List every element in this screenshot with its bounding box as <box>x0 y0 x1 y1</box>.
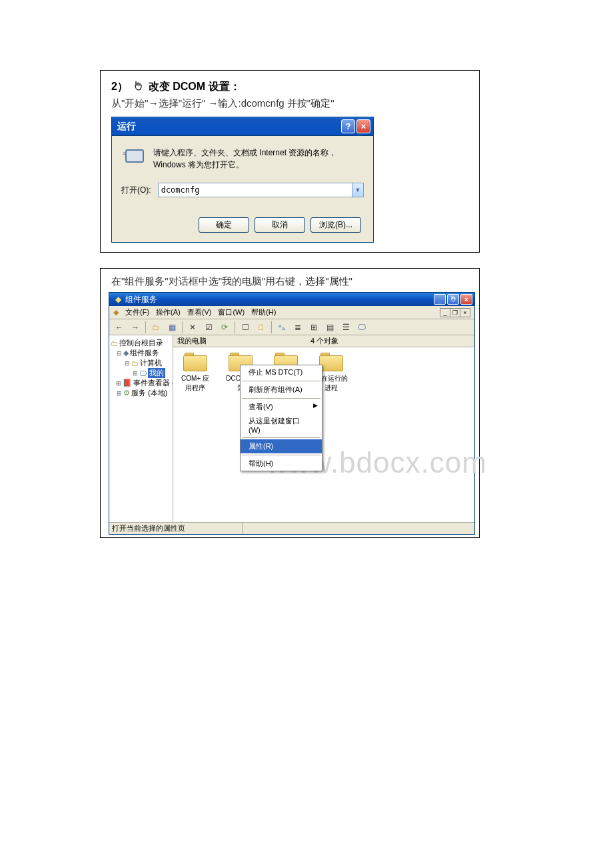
mdi-restore-button[interactable]: ❐ <box>450 308 460 317</box>
ctx-refresh-all[interactable]: 刷新所有组件(A) <box>241 383 322 397</box>
properties-button[interactable]: ☑ <box>201 321 216 334</box>
open-combobox[interactable]: ▼ <box>158 183 364 197</box>
tree-services-local[interactable]: ⊞ ⚙ 服务 (本地) <box>111 388 171 398</box>
delete-icon: ✕ <box>189 323 196 332</box>
folder-icon: 🗀 <box>111 339 118 347</box>
tree-component-services[interactable]: ⊟ ◆ 组件服务 <box>111 348 171 358</box>
section-description: 从"开始"→选择"运行" →输入:dcomcnfg 并按"确定" <box>101 97 479 117</box>
tree-root[interactable]: 🗀 控制台根目录 <box>111 338 171 348</box>
run-dialog-description: 请键入程序、文件夹、文档或 Internet 资源的名称，Windows 将为您… <box>153 147 364 171</box>
status-text: 打开当前选择的属性页 <box>109 523 243 534</box>
status-bar: 打开当前选择的属性页 <box>109 522 474 534</box>
ok-button[interactable]: 确定 <box>199 217 249 233</box>
forward-button[interactable]: → <box>128 321 143 334</box>
refresh-button[interactable]: ⟳ <box>217 321 232 334</box>
ctx-properties[interactable]: 属性(R) <box>241 439 322 453</box>
content-header-count: 4 个对象 <box>306 336 338 346</box>
expand-icon[interactable]: ⊞ <box>116 380 121 387</box>
collapse-icon[interactable]: ⊟ <box>116 350 122 357</box>
cancel-button[interactable]: 取消 <box>255 217 305 233</box>
hand-cursor-icon <box>132 80 144 95</box>
close-icon: × <box>361 121 366 131</box>
ctx-view[interactable]: 查看(V) ▶ <box>241 400 322 414</box>
help-icon: ? <box>346 121 351 131</box>
icon-com-apps[interactable]: COM+ 应用程序 <box>179 353 212 393</box>
ctx-separator <box>242 437 320 438</box>
titlebar-help-button[interactable]: ? <box>341 119 355 133</box>
document-section-2: 在"组件服务"对话框中选"我的电脑"用右键，选择"属性" ◆ 组件服务 _ × … <box>100 268 480 538</box>
arrow-left-icon: ← <box>115 323 123 332</box>
open-input[interactable] <box>159 185 352 195</box>
close-icon: × <box>464 296 468 303</box>
cs-toolbar: ← → 🗀 ▦ ✕ ☑ ⟳ ☐ 🗋 ᵃₐ ≣ ⊞ ▤ ☰ 🖵 <box>109 319 474 335</box>
show-hide-tree-button[interactable]: ▦ <box>165 321 179 334</box>
browse-button[interactable]: 浏览(B)... <box>310 217 361 233</box>
properties-icon: ☑ <box>205 323 213 332</box>
content-header-name: 我的电脑 <box>173 336 306 346</box>
ctx-stop-msdtc[interactable]: 停止 MS DTC(T) <box>241 365 322 379</box>
section-heading: 2） 改变 DCOM 设置： <box>101 71 479 97</box>
folder-icon: 🗀 <box>131 359 139 367</box>
event-viewer-icon: 📕 <box>123 379 132 387</box>
cs-title: 组件服务 <box>125 294 432 305</box>
mdi-buttons: _ ❐ × <box>440 308 470 317</box>
new-icon: 🗋 <box>257 323 265 332</box>
view-mode6-button[interactable]: 🖵 <box>354 321 369 334</box>
cs-tree[interactable]: 🗀 控制台根目录 ⊟ ◆ 组件服务 ⊟ 🗀 计算机 ⊞ <box>109 335 173 522</box>
submenu-arrow-icon: ▶ <box>313 402 318 409</box>
menu-file[interactable]: 文件(F) <box>125 307 149 317</box>
context-menu: 停止 MS DTC(T) 刷新所有组件(A) 查看(V) ▶ 从这里创建窗口(W… <box>240 365 322 471</box>
expand-icon[interactable]: ⊞ <box>132 370 138 377</box>
mdi-close-button[interactable]: × <box>460 308 470 317</box>
thumbs-icon: ▤ <box>326 323 334 332</box>
minimize-button[interactable]: _ <box>434 294 446 305</box>
view-mode3-button[interactable]: ⊞ <box>306 321 321 334</box>
new-button[interactable]: 🗋 <box>254 321 269 334</box>
up-button[interactable]: 🗀 <box>149 321 163 334</box>
tree-my-computer[interactable]: ⊞ 🖵 我的 <box>111 368 171 378</box>
view-mode5-button[interactable]: ☰ <box>338 321 353 334</box>
content-header: 我的电脑 4 个对象 <box>173 335 474 347</box>
ctx-help[interactable]: 帮助(H) <box>241 457 322 471</box>
back-button[interactable]: ← <box>112 321 127 334</box>
list-icon: ≣ <box>295 323 301 332</box>
close-icon: × <box>463 309 466 316</box>
ctx-separator <box>242 398 320 399</box>
cs-menu-icon: ◆ <box>113 308 119 317</box>
menu-view[interactable]: 查看(V) <box>187 307 212 317</box>
close-button[interactable]: × <box>460 294 472 305</box>
run-dialog-titlebar[interactable]: 运行 ? × <box>112 117 373 136</box>
delete-button[interactable]: ✕ <box>185 321 200 334</box>
export-button[interactable]: ☐ <box>238 321 253 334</box>
combobox-dropdown-button[interactable]: ▼ <box>352 183 363 197</box>
tiles-icon: ☰ <box>342 323 350 332</box>
minimize-icon: _ <box>438 296 442 303</box>
content-pane[interactable]: www.bdocx.com COM+ 应用程序 <box>173 347 474 522</box>
titlebar-close-button[interactable]: × <box>356 119 370 133</box>
view-icon: ᵃₐ <box>279 323 285 332</box>
menu-help[interactable]: 帮助(H) <box>251 307 276 317</box>
expand-icon[interactable]: ⊞ <box>116 390 122 397</box>
mdi-minimize-button[interactable]: _ <box>440 308 450 317</box>
heading-number: 2） <box>111 81 128 92</box>
view-mode4-button[interactable]: ▤ <box>322 321 337 334</box>
tree-event-viewer[interactable]: ⊞ 📕 事件查看器 ( <box>111 378 171 388</box>
restore-icon: ❐ <box>452 309 458 316</box>
menu-window[interactable]: 窗口(W) <box>218 307 245 317</box>
folder-up-icon: 🗀 <box>152 323 160 332</box>
hand-button[interactable] <box>447 294 459 305</box>
menu-action[interactable]: 操作(A) <box>156 307 181 317</box>
tree-computers[interactable]: ⊟ 🗀 计算机 <box>111 358 171 368</box>
cs-titlebar[interactable]: ◆ 组件服务 _ × <box>109 293 474 306</box>
view-mode1-button[interactable]: ᵃₐ <box>275 321 289 334</box>
ctx-separator <box>242 455 320 455</box>
hand-icon <box>450 295 456 303</box>
services-icon: ⚙ <box>123 389 130 397</box>
folder-icon <box>319 353 343 371</box>
view-mode2-button[interactable]: ≣ <box>291 321 305 334</box>
collapse-icon[interactable]: ⊟ <box>124 360 130 367</box>
export-icon: ☐ <box>242 323 249 332</box>
ctx-new-window[interactable]: 从这里创建窗口(W) <box>241 414 322 436</box>
component-services-window: ◆ 组件服务 _ × ◆ 文件(F) 操作(A) 查看(V) 窗口(W) 帮助(… <box>109 292 475 535</box>
cs-menubar: ◆ 文件(F) 操作(A) 查看(V) 窗口(W) 帮助(H) _ ❐ × <box>109 306 474 319</box>
